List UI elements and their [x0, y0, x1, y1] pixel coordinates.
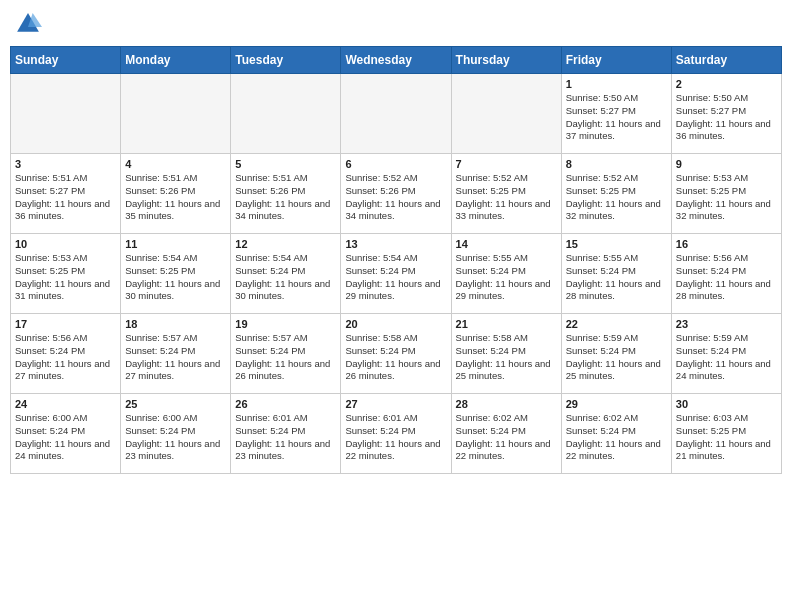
day-number: 19	[235, 318, 336, 330]
day-info: Sunrise: 5:57 AMSunset: 5:24 PMDaylight:…	[125, 332, 226, 383]
day-info: Sunrise: 5:50 AMSunset: 5:27 PMDaylight:…	[566, 92, 667, 143]
logo	[14, 10, 46, 38]
calendar-cell	[231, 74, 341, 154]
day-number: 7	[456, 158, 557, 170]
calendar-cell: 11Sunrise: 5:54 AMSunset: 5:25 PMDayligh…	[121, 234, 231, 314]
calendar-cell: 18Sunrise: 5:57 AMSunset: 5:24 PMDayligh…	[121, 314, 231, 394]
calendar-cell	[451, 74, 561, 154]
calendar-cell: 5Sunrise: 5:51 AMSunset: 5:26 PMDaylight…	[231, 154, 341, 234]
day-header-tuesday: Tuesday	[231, 47, 341, 74]
calendar-cell	[121, 74, 231, 154]
calendar-cell: 24Sunrise: 6:00 AMSunset: 5:24 PMDayligh…	[11, 394, 121, 474]
day-info: Sunrise: 6:03 AMSunset: 5:25 PMDaylight:…	[676, 412, 777, 463]
day-number: 20	[345, 318, 446, 330]
calendar-cell: 8Sunrise: 5:52 AMSunset: 5:25 PMDaylight…	[561, 154, 671, 234]
calendar-cell: 15Sunrise: 5:55 AMSunset: 5:24 PMDayligh…	[561, 234, 671, 314]
calendar-cell: 29Sunrise: 6:02 AMSunset: 5:24 PMDayligh…	[561, 394, 671, 474]
day-number: 13	[345, 238, 446, 250]
day-info: Sunrise: 6:00 AMSunset: 5:24 PMDaylight:…	[125, 412, 226, 463]
week-row-3: 10Sunrise: 5:53 AMSunset: 5:25 PMDayligh…	[11, 234, 782, 314]
day-info: Sunrise: 5:52 AMSunset: 5:26 PMDaylight:…	[345, 172, 446, 223]
day-info: Sunrise: 5:57 AMSunset: 5:24 PMDaylight:…	[235, 332, 336, 383]
day-number: 3	[15, 158, 116, 170]
day-info: Sunrise: 5:53 AMSunset: 5:25 PMDaylight:…	[15, 252, 116, 303]
day-info: Sunrise: 6:02 AMSunset: 5:24 PMDaylight:…	[456, 412, 557, 463]
calendar-cell: 14Sunrise: 5:55 AMSunset: 5:24 PMDayligh…	[451, 234, 561, 314]
day-info: Sunrise: 5:53 AMSunset: 5:25 PMDaylight:…	[676, 172, 777, 223]
week-row-4: 17Sunrise: 5:56 AMSunset: 5:24 PMDayligh…	[11, 314, 782, 394]
day-info: Sunrise: 5:50 AMSunset: 5:27 PMDaylight:…	[676, 92, 777, 143]
day-number: 16	[676, 238, 777, 250]
calendar-cell: 3Sunrise: 5:51 AMSunset: 5:27 PMDaylight…	[11, 154, 121, 234]
calendar-table: SundayMondayTuesdayWednesdayThursdayFrid…	[10, 46, 782, 474]
day-number: 24	[15, 398, 116, 410]
day-info: Sunrise: 5:59 AMSunset: 5:24 PMDaylight:…	[676, 332, 777, 383]
day-number: 11	[125, 238, 226, 250]
day-info: Sunrise: 6:00 AMSunset: 5:24 PMDaylight:…	[15, 412, 116, 463]
day-number: 25	[125, 398, 226, 410]
calendar-cell: 21Sunrise: 5:58 AMSunset: 5:24 PMDayligh…	[451, 314, 561, 394]
day-number: 1	[566, 78, 667, 90]
day-number: 9	[676, 158, 777, 170]
day-info: Sunrise: 6:01 AMSunset: 5:24 PMDaylight:…	[235, 412, 336, 463]
calendar-cell: 22Sunrise: 5:59 AMSunset: 5:24 PMDayligh…	[561, 314, 671, 394]
day-number: 26	[235, 398, 336, 410]
day-info: Sunrise: 5:51 AMSunset: 5:26 PMDaylight:…	[125, 172, 226, 223]
day-number: 27	[345, 398, 446, 410]
calendar-cell: 10Sunrise: 5:53 AMSunset: 5:25 PMDayligh…	[11, 234, 121, 314]
calendar-cell: 2Sunrise: 5:50 AMSunset: 5:27 PMDaylight…	[671, 74, 781, 154]
day-header-wednesday: Wednesday	[341, 47, 451, 74]
day-number: 23	[676, 318, 777, 330]
day-header-sunday: Sunday	[11, 47, 121, 74]
day-number: 29	[566, 398, 667, 410]
calendar-cell: 13Sunrise: 5:54 AMSunset: 5:24 PMDayligh…	[341, 234, 451, 314]
day-number: 30	[676, 398, 777, 410]
day-info: Sunrise: 6:01 AMSunset: 5:24 PMDaylight:…	[345, 412, 446, 463]
day-number: 22	[566, 318, 667, 330]
day-header-saturday: Saturday	[671, 47, 781, 74]
day-info: Sunrise: 5:55 AMSunset: 5:24 PMDaylight:…	[566, 252, 667, 303]
calendar-cell	[341, 74, 451, 154]
calendar-cell: 7Sunrise: 5:52 AMSunset: 5:25 PMDaylight…	[451, 154, 561, 234]
day-number: 6	[345, 158, 446, 170]
calendar-cell: 19Sunrise: 5:57 AMSunset: 5:24 PMDayligh…	[231, 314, 341, 394]
day-number: 2	[676, 78, 777, 90]
calendar-header-row: SundayMondayTuesdayWednesdayThursdayFrid…	[11, 47, 782, 74]
calendar-cell: 20Sunrise: 5:58 AMSunset: 5:24 PMDayligh…	[341, 314, 451, 394]
calendar-cell: 6Sunrise: 5:52 AMSunset: 5:26 PMDaylight…	[341, 154, 451, 234]
day-info: Sunrise: 5:55 AMSunset: 5:24 PMDaylight:…	[456, 252, 557, 303]
calendar-cell: 9Sunrise: 5:53 AMSunset: 5:25 PMDaylight…	[671, 154, 781, 234]
day-info: Sunrise: 5:51 AMSunset: 5:27 PMDaylight:…	[15, 172, 116, 223]
calendar-cell: 4Sunrise: 5:51 AMSunset: 5:26 PMDaylight…	[121, 154, 231, 234]
week-row-2: 3Sunrise: 5:51 AMSunset: 5:27 PMDaylight…	[11, 154, 782, 234]
day-info: Sunrise: 6:02 AMSunset: 5:24 PMDaylight:…	[566, 412, 667, 463]
day-number: 21	[456, 318, 557, 330]
calendar-cell: 16Sunrise: 5:56 AMSunset: 5:24 PMDayligh…	[671, 234, 781, 314]
day-header-monday: Monday	[121, 47, 231, 74]
day-number: 18	[125, 318, 226, 330]
day-number: 8	[566, 158, 667, 170]
calendar-cell: 17Sunrise: 5:56 AMSunset: 5:24 PMDayligh…	[11, 314, 121, 394]
day-header-friday: Friday	[561, 47, 671, 74]
logo-icon	[14, 10, 42, 38]
day-number: 14	[456, 238, 557, 250]
week-row-1: 1Sunrise: 5:50 AMSunset: 5:27 PMDaylight…	[11, 74, 782, 154]
day-number: 17	[15, 318, 116, 330]
calendar-cell: 27Sunrise: 6:01 AMSunset: 5:24 PMDayligh…	[341, 394, 451, 474]
day-number: 4	[125, 158, 226, 170]
calendar-cell: 1Sunrise: 5:50 AMSunset: 5:27 PMDaylight…	[561, 74, 671, 154]
day-number: 10	[15, 238, 116, 250]
day-info: Sunrise: 5:58 AMSunset: 5:24 PMDaylight:…	[456, 332, 557, 383]
day-info: Sunrise: 5:56 AMSunset: 5:24 PMDaylight:…	[15, 332, 116, 383]
day-info: Sunrise: 5:51 AMSunset: 5:26 PMDaylight:…	[235, 172, 336, 223]
day-info: Sunrise: 5:54 AMSunset: 5:25 PMDaylight:…	[125, 252, 226, 303]
page-header	[10, 10, 782, 38]
calendar-cell: 25Sunrise: 6:00 AMSunset: 5:24 PMDayligh…	[121, 394, 231, 474]
calendar-cell: 28Sunrise: 6:02 AMSunset: 5:24 PMDayligh…	[451, 394, 561, 474]
day-info: Sunrise: 5:52 AMSunset: 5:25 PMDaylight:…	[566, 172, 667, 223]
day-info: Sunrise: 5:54 AMSunset: 5:24 PMDaylight:…	[235, 252, 336, 303]
day-info: Sunrise: 5:56 AMSunset: 5:24 PMDaylight:…	[676, 252, 777, 303]
day-info: Sunrise: 5:52 AMSunset: 5:25 PMDaylight:…	[456, 172, 557, 223]
calendar-cell	[11, 74, 121, 154]
day-number: 15	[566, 238, 667, 250]
